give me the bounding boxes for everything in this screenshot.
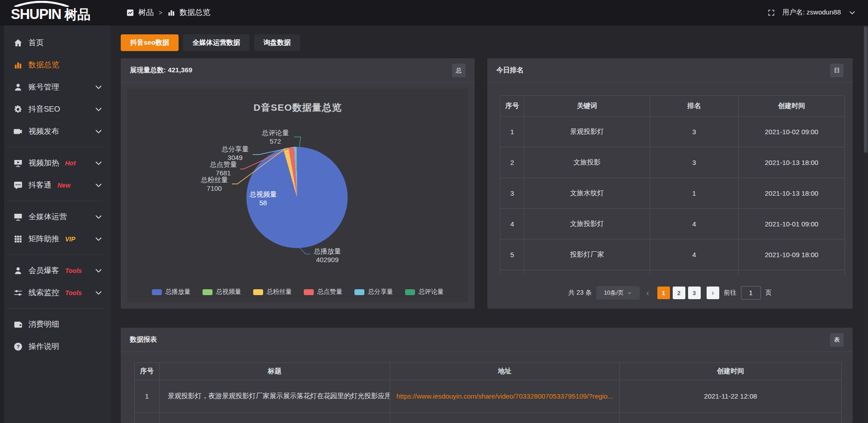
breadcrumb-separator: > — [159, 9, 162, 16]
svg-text:?: ? — [16, 343, 19, 349]
sidebar-item-badge: VIP — [65, 235, 75, 243]
pie-label-likes: 总点赞量7681 — [205, 160, 241, 177]
page-button-2[interactable]: 2 — [673, 287, 685, 299]
rank-cell: 4 — [500, 209, 524, 240]
rank-cell: 4 — [650, 209, 739, 240]
sidebar-item-badge: Hot — [65, 160, 75, 167]
legend-label: 总粉丝量 — [267, 288, 292, 296]
sidebar-item-2[interactable]: 账号管理 — [0, 76, 111, 98]
chevron-down-icon[interactable] — [848, 9, 856, 17]
question-icon: ? — [14, 342, 23, 351]
rank-cell: 4 — [650, 240, 739, 270]
legend-swatch — [253, 289, 263, 295]
rank-cell: 5 — [500, 240, 524, 270]
page-button-3[interactable]: 3 — [688, 287, 701, 299]
username-menu[interactable]: 用户名: zswodun88 — [783, 8, 841, 17]
rank-cell: 3 — [500, 178, 524, 209]
rank-cell: 2021-10-09 18:00 — [739, 240, 845, 270]
legend-swatch — [354, 289, 364, 295]
rank-col-header: 排名 — [650, 96, 739, 117]
rank-panel-header: 今日排名 日 — [487, 58, 853, 83]
page-buttons: 123 — [656, 287, 702, 299]
data-report-panel: 数据报表 表 序号标题地址创建时间1景观投影灯，夜游景观投影灯厂家展示展示落花灯… — [121, 328, 853, 423]
monitor-icon — [14, 212, 23, 221]
rank-col-header: 创建时间 — [739, 96, 845, 117]
pie-label-comments: 总评论量572 — [257, 128, 293, 146]
table-header-row: 序号标题地址创建时间 — [135, 363, 842, 380]
video-link[interactable]: https://www.iesdouyin.com/share/video/70… — [396, 392, 613, 400]
sidebar-item-11[interactable]: 消费明细 — [0, 313, 111, 335]
sidebar-item-4[interactable]: 视频发布 — [0, 120, 111, 142]
breadcrumb-current: 数据总览 — [179, 7, 210, 18]
table-row-partial — [135, 413, 842, 423]
breadcrumb: 树品 > 数据总览 — [126, 7, 210, 18]
page-button-1[interactable]: 1 — [657, 287, 670, 299]
trend-icon — [126, 9, 134, 17]
legend-item-2[interactable]: 总粉丝量 — [253, 288, 292, 296]
table-row: 1景观投影灯32021-10-02 09:00 — [500, 117, 845, 147]
sidebar-item-7[interactable]: 全媒体运营 — [0, 206, 111, 228]
sidebar-item-12[interactable]: ?操作说明 — [0, 335, 111, 357]
tab-1[interactable]: 全媒体运营数据 — [183, 34, 250, 51]
pie-label-shares: 总分享量3049 — [217, 145, 253, 162]
chat-icon — [14, 181, 23, 190]
prev-page-button[interactable]: ‹ — [644, 288, 651, 298]
report-col-header: 序号 — [135, 363, 160, 380]
sidebar-item-5[interactable]: 视频加热Hot — [0, 152, 111, 174]
sidebar-item-6[interactable]: 抖客通New — [0, 174, 111, 196]
goto-page-input[interactable]: 1 — [741, 286, 761, 300]
day-view-button[interactable]: 日 — [830, 64, 844, 77]
sidebar-item-0[interactable]: 首页 — [0, 32, 111, 54]
fullscreen-icon[interactable] — [767, 9, 775, 17]
sidebar: 首页数据总览账号管理抖音SEO视频发布视频加热Hot抖客通New全媒体运营矩阵助… — [0, 25, 111, 423]
pagination: 共 23 条 10条/页 ‹ 123 › 前往 1 页 — [487, 286, 853, 300]
scrollbar-thumb[interactable] — [864, 26, 868, 153]
chevron-down-icon — [94, 105, 103, 114]
legend-swatch — [304, 289, 314, 295]
sidebar-item-8[interactable]: 矩阵助推VIP — [0, 228, 111, 250]
tab-0[interactable]: 抖音seo数据 — [121, 34, 179, 51]
pie-label-videos: 总视频量58 — [241, 190, 286, 207]
rank-col-header: 序号 — [500, 96, 524, 117]
legend-label: 总评论量 — [419, 288, 444, 296]
rank-cell: 1 — [650, 178, 739, 209]
sidebar-item-9[interactable]: 会员爆客Tools — [0, 259, 111, 282]
left-edge-strip — [0, 25, 4, 423]
report-col-header: 标题 — [160, 363, 390, 380]
table-view-button[interactable]: 表 — [830, 333, 844, 347]
legend-label: 总视频量 — [216, 288, 241, 296]
sliders-icon — [14, 288, 23, 297]
sidebar-item-badge: New — [57, 182, 71, 189]
sidebar-item-10[interactable]: 线索监控Tools — [0, 282, 111, 304]
pie-chart: D音SEO数据量总览 总评论量572 总分享量3049 总点赞量7681 总粉丝… — [127, 89, 468, 302]
user-icon — [14, 83, 23, 92]
legend-item-3[interactable]: 总点赞量 — [304, 288, 343, 296]
total-view-button[interactable]: 总 — [452, 64, 466, 77]
sidebar-item-3[interactable]: 抖音SEO — [0, 98, 111, 120]
wallet-icon — [14, 320, 23, 329]
sidebar-divider — [7, 254, 104, 255]
report-table: 序号标题地址创建时间1景观投影灯，夜游景观投影灯厂家展示展示落花灯在花园里的灯光… — [134, 362, 842, 423]
logo-text-en: SHUPIN — [11, 6, 61, 23]
page-size-select[interactable]: 10条/页 — [596, 286, 640, 300]
page-scrollbar[interactable] — [863, 25, 868, 423]
logo: SHUPIN 树品 — [0, 1, 111, 24]
breadcrumb-root[interactable]: 树品 — [138, 7, 154, 18]
chevron-down-icon — [94, 83, 103, 92]
legend-item-0[interactable]: 总播放量 — [152, 288, 191, 296]
tab-2[interactable]: 询盘数据 — [254, 34, 300, 51]
legend-item-5[interactable]: 总评论量 — [405, 288, 444, 296]
sidebar-divider — [7, 147, 104, 147]
legend-item-4[interactable]: 总分享量 — [354, 288, 393, 296]
sidebar-item-label: 操作说明 — [28, 341, 59, 352]
legend-swatch — [203, 289, 212, 295]
legend-item-1[interactable]: 总视频量 — [203, 288, 241, 296]
next-page-button[interactable]: › — [707, 287, 719, 299]
legend-label: 总播放量 — [165, 288, 191, 296]
table-row: 3文旅水纹灯12021-10-13 18:00 — [500, 178, 845, 209]
total-count: 共 23 条 — [568, 289, 591, 297]
rank-cell: 文旅水纹灯 — [524, 178, 650, 209]
bar-chart-icon — [14, 61, 23, 70]
sidebar-item-1[interactable]: 数据总览 — [0, 54, 111, 76]
gear-icon — [14, 105, 23, 114]
